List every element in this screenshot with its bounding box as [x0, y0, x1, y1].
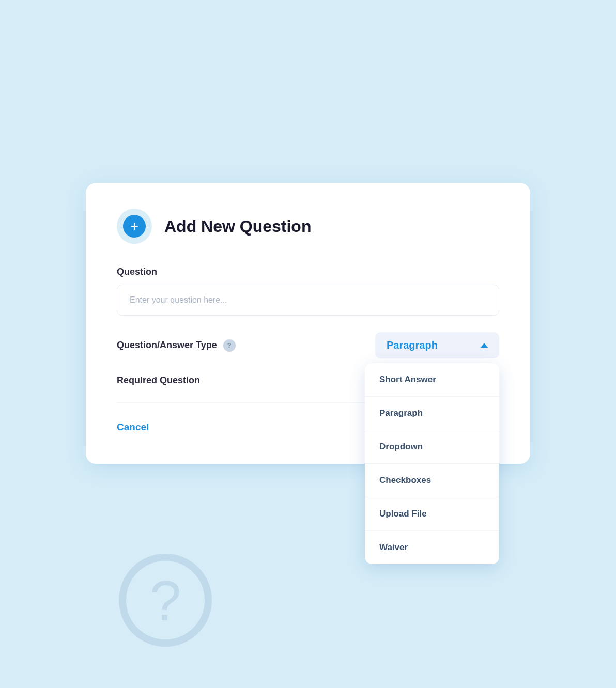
question-section: Question	[117, 267, 499, 316]
dropdown-item-short-answer[interactable]: Short Answer	[365, 363, 499, 397]
dropdown-item-waiver[interactable]: Waiver	[365, 531, 499, 564]
answer-type-dropdown-trigger[interactable]: Paragraph	[375, 332, 499, 358]
answer-type-row: Question/Answer Type ? Paragraph Short A…	[117, 332, 499, 358]
help-icon[interactable]: ?	[223, 339, 236, 352]
dropdown-item-checkboxes[interactable]: Checkboxes	[365, 464, 499, 497]
question-input[interactable]	[117, 285, 499, 316]
plus-icon: +	[123, 215, 146, 238]
dropdown-item-upload-file[interactable]: Upload File	[365, 497, 499, 531]
answer-type-dropdown-menu: Short Answer Paragraph Dropdown Checkbox…	[365, 363, 499, 564]
dropdown-item-paragraph[interactable]: Paragraph	[365, 397, 499, 430]
selected-type-text: Paragraph	[387, 339, 438, 351]
chevron-up-icon	[481, 343, 488, 348]
modal-container: + Add New Question Question Question/Ans…	[86, 183, 530, 464]
cancel-button[interactable]: Cancel	[117, 421, 149, 433]
modal-header: + Add New Question	[117, 209, 499, 244]
answer-type-label-group: Question/Answer Type ?	[117, 339, 236, 352]
required-question-label: Required Question	[117, 375, 200, 386]
dropdown-item-dropdown[interactable]: Dropdown	[365, 430, 499, 464]
header-icon: +	[117, 209, 152, 244]
question-label: Question	[117, 267, 499, 277]
modal-title: Add New Question	[164, 217, 311, 236]
answer-type-label: Question/Answer Type	[117, 340, 217, 351]
background-watermark: ?	[119, 554, 212, 647]
